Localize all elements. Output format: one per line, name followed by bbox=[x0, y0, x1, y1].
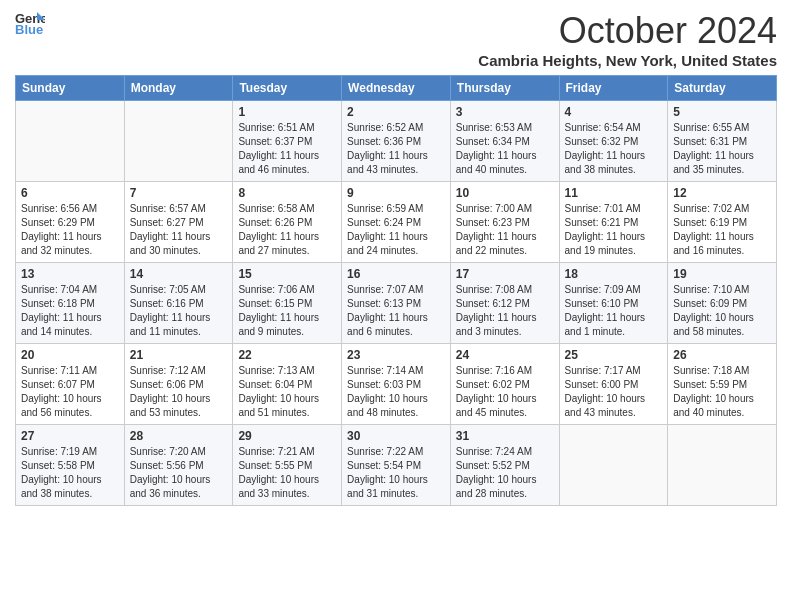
day-number: 20 bbox=[21, 348, 119, 362]
cell-content: Sunrise: 7:12 AMSunset: 6:06 PMDaylight:… bbox=[130, 364, 228, 420]
title-area: October 2024 Cambria Heights, New York, … bbox=[478, 10, 777, 69]
calendar-cell: 6Sunrise: 6:56 AMSunset: 6:29 PMDaylight… bbox=[16, 182, 125, 263]
sunrise-text: Sunrise: 7:12 AM bbox=[130, 365, 206, 376]
sunset-text: Sunset: 5:55 PM bbox=[238, 460, 312, 471]
day-number: 11 bbox=[565, 186, 663, 200]
cell-content: Sunrise: 7:18 AMSunset: 5:59 PMDaylight:… bbox=[673, 364, 771, 420]
calendar-cell bbox=[668, 425, 777, 506]
calendar-cell: 26Sunrise: 7:18 AMSunset: 5:59 PMDayligh… bbox=[668, 344, 777, 425]
weekday-header-row: SundayMondayTuesdayWednesdayThursdayFrid… bbox=[16, 76, 777, 101]
daylight-text: Daylight: 11 hours and 24 minutes. bbox=[347, 231, 428, 256]
cell-content: Sunrise: 7:06 AMSunset: 6:15 PMDaylight:… bbox=[238, 283, 336, 339]
sunset-text: Sunset: 6:02 PM bbox=[456, 379, 530, 390]
weekday-header-wednesday: Wednesday bbox=[342, 76, 451, 101]
sunrise-text: Sunrise: 7:08 AM bbox=[456, 284, 532, 295]
calendar-cell: 24Sunrise: 7:16 AMSunset: 6:02 PMDayligh… bbox=[450, 344, 559, 425]
sunset-text: Sunset: 6:36 PM bbox=[347, 136, 421, 147]
sunrise-text: Sunrise: 6:55 AM bbox=[673, 122, 749, 133]
sunset-text: Sunset: 6:06 PM bbox=[130, 379, 204, 390]
sunrise-text: Sunrise: 7:24 AM bbox=[456, 446, 532, 457]
daylight-text: Daylight: 11 hours and 6 minutes. bbox=[347, 312, 428, 337]
day-number: 13 bbox=[21, 267, 119, 281]
sunset-text: Sunset: 6:37 PM bbox=[238, 136, 312, 147]
sunset-text: Sunset: 5:54 PM bbox=[347, 460, 421, 471]
calendar-cell: 29Sunrise: 7:21 AMSunset: 5:55 PMDayligh… bbox=[233, 425, 342, 506]
sunset-text: Sunset: 6:03 PM bbox=[347, 379, 421, 390]
day-number: 28 bbox=[130, 429, 228, 443]
cell-content: Sunrise: 6:51 AMSunset: 6:37 PMDaylight:… bbox=[238, 121, 336, 177]
weekday-header-friday: Friday bbox=[559, 76, 668, 101]
calendar-cell: 31Sunrise: 7:24 AMSunset: 5:52 PMDayligh… bbox=[450, 425, 559, 506]
cell-content: Sunrise: 7:24 AMSunset: 5:52 PMDaylight:… bbox=[456, 445, 554, 501]
weekday-header-thursday: Thursday bbox=[450, 76, 559, 101]
sunset-text: Sunset: 6:27 PM bbox=[130, 217, 204, 228]
calendar-week-row: 6Sunrise: 6:56 AMSunset: 6:29 PMDaylight… bbox=[16, 182, 777, 263]
sunset-text: Sunset: 6:29 PM bbox=[21, 217, 95, 228]
calendar-cell: 13Sunrise: 7:04 AMSunset: 6:18 PMDayligh… bbox=[16, 263, 125, 344]
daylight-text: Daylight: 11 hours and 14 minutes. bbox=[21, 312, 102, 337]
cell-content: Sunrise: 6:54 AMSunset: 6:32 PMDaylight:… bbox=[565, 121, 663, 177]
cell-content: Sunrise: 7:11 AMSunset: 6:07 PMDaylight:… bbox=[21, 364, 119, 420]
sunrise-text: Sunrise: 7:10 AM bbox=[673, 284, 749, 295]
sunrise-text: Sunrise: 7:11 AM bbox=[21, 365, 97, 376]
daylight-text: Daylight: 10 hours and 56 minutes. bbox=[21, 393, 102, 418]
cell-content: Sunrise: 7:10 AMSunset: 6:09 PMDaylight:… bbox=[673, 283, 771, 339]
calendar-cell: 5Sunrise: 6:55 AMSunset: 6:31 PMDaylight… bbox=[668, 101, 777, 182]
sunset-text: Sunset: 6:00 PM bbox=[565, 379, 639, 390]
calendar-cell: 18Sunrise: 7:09 AMSunset: 6:10 PMDayligh… bbox=[559, 263, 668, 344]
day-number: 29 bbox=[238, 429, 336, 443]
weekday-header-saturday: Saturday bbox=[668, 76, 777, 101]
day-number: 8 bbox=[238, 186, 336, 200]
sunrise-text: Sunrise: 7:19 AM bbox=[21, 446, 97, 457]
sunrise-text: Sunrise: 7:07 AM bbox=[347, 284, 423, 295]
cell-content: Sunrise: 7:19 AMSunset: 5:58 PMDaylight:… bbox=[21, 445, 119, 501]
cell-content: Sunrise: 7:20 AMSunset: 5:56 PMDaylight:… bbox=[130, 445, 228, 501]
daylight-text: Daylight: 11 hours and 22 minutes. bbox=[456, 231, 537, 256]
calendar-cell bbox=[16, 101, 125, 182]
calendar-cell: 16Sunrise: 7:07 AMSunset: 6:13 PMDayligh… bbox=[342, 263, 451, 344]
daylight-text: Daylight: 10 hours and 36 minutes. bbox=[130, 474, 211, 499]
daylight-text: Daylight: 10 hours and 40 minutes. bbox=[673, 393, 754, 418]
daylight-text: Daylight: 11 hours and 30 minutes. bbox=[130, 231, 211, 256]
calendar-cell bbox=[559, 425, 668, 506]
day-number: 3 bbox=[456, 105, 554, 119]
sunrise-text: Sunrise: 6:59 AM bbox=[347, 203, 423, 214]
cell-content: Sunrise: 7:14 AMSunset: 6:03 PMDaylight:… bbox=[347, 364, 445, 420]
cell-content: Sunrise: 6:57 AMSunset: 6:27 PMDaylight:… bbox=[130, 202, 228, 258]
sunrise-text: Sunrise: 7:16 AM bbox=[456, 365, 532, 376]
sunrise-text: Sunrise: 7:20 AM bbox=[130, 446, 206, 457]
calendar-cell: 14Sunrise: 7:05 AMSunset: 6:16 PMDayligh… bbox=[124, 263, 233, 344]
day-number: 9 bbox=[347, 186, 445, 200]
sunset-text: Sunset: 6:18 PM bbox=[21, 298, 95, 309]
calendar-week-row: 1Sunrise: 6:51 AMSunset: 6:37 PMDaylight… bbox=[16, 101, 777, 182]
day-number: 10 bbox=[456, 186, 554, 200]
cell-content: Sunrise: 6:55 AMSunset: 6:31 PMDaylight:… bbox=[673, 121, 771, 177]
calendar-cell: 1Sunrise: 6:51 AMSunset: 6:37 PMDaylight… bbox=[233, 101, 342, 182]
cell-content: Sunrise: 6:56 AMSunset: 6:29 PMDaylight:… bbox=[21, 202, 119, 258]
calendar-cell: 10Sunrise: 7:00 AMSunset: 6:23 PMDayligh… bbox=[450, 182, 559, 263]
sunset-text: Sunset: 6:23 PM bbox=[456, 217, 530, 228]
sunrise-text: Sunrise: 6:51 AM bbox=[238, 122, 314, 133]
daylight-text: Daylight: 11 hours and 9 minutes. bbox=[238, 312, 319, 337]
sunrise-text: Sunrise: 7:00 AM bbox=[456, 203, 532, 214]
daylight-text: Daylight: 11 hours and 46 minutes. bbox=[238, 150, 319, 175]
calendar-cell: 7Sunrise: 6:57 AMSunset: 6:27 PMDaylight… bbox=[124, 182, 233, 263]
sunrise-text: Sunrise: 7:18 AM bbox=[673, 365, 749, 376]
daylight-text: Daylight: 10 hours and 45 minutes. bbox=[456, 393, 537, 418]
sunrise-text: Sunrise: 6:52 AM bbox=[347, 122, 423, 133]
weekday-header-tuesday: Tuesday bbox=[233, 76, 342, 101]
sunrise-text: Sunrise: 7:17 AM bbox=[565, 365, 641, 376]
cell-content: Sunrise: 7:07 AMSunset: 6:13 PMDaylight:… bbox=[347, 283, 445, 339]
calendar-cell: 4Sunrise: 6:54 AMSunset: 6:32 PMDaylight… bbox=[559, 101, 668, 182]
daylight-text: Daylight: 10 hours and 33 minutes. bbox=[238, 474, 319, 499]
calendar-week-row: 13Sunrise: 7:04 AMSunset: 6:18 PMDayligh… bbox=[16, 263, 777, 344]
cell-content: Sunrise: 7:01 AMSunset: 6:21 PMDaylight:… bbox=[565, 202, 663, 258]
calendar-cell: 17Sunrise: 7:08 AMSunset: 6:12 PMDayligh… bbox=[450, 263, 559, 344]
sunset-text: Sunset: 6:19 PM bbox=[673, 217, 747, 228]
sunset-text: Sunset: 6:24 PM bbox=[347, 217, 421, 228]
daylight-text: Daylight: 10 hours and 48 minutes. bbox=[347, 393, 428, 418]
day-number: 22 bbox=[238, 348, 336, 362]
calendar-cell: 9Sunrise: 6:59 AMSunset: 6:24 PMDaylight… bbox=[342, 182, 451, 263]
sunrise-text: Sunrise: 7:04 AM bbox=[21, 284, 97, 295]
location-subtitle: Cambria Heights, New York, United States bbox=[478, 52, 777, 69]
